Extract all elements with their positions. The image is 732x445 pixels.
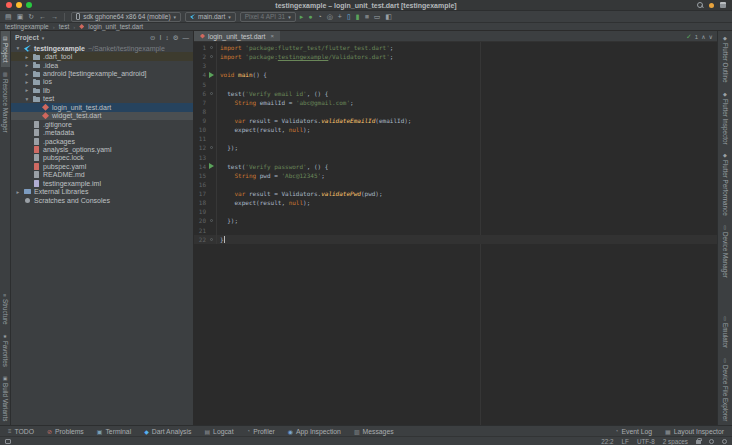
chevron-down-icon[interactable]: ▾ bbox=[42, 35, 45, 41]
tool-stripe-device-file-explorer[interactable]: ▯Device File Explorer bbox=[721, 353, 730, 425]
tree-item-android-testingexample-android[interactable]: ▸android [testingexample_android] bbox=[11, 69, 193, 77]
tab-login-unit-test[interactable]: login_unit_test.dart × bbox=[194, 31, 280, 41]
tree-item-dart-tool[interactable]: ▸.dart_tool bbox=[11, 52, 193, 60]
tool-window-button-problems[interactable]: ⊘Problems bbox=[47, 428, 84, 435]
close-button[interactable] bbox=[6, 2, 12, 8]
tree-item-metadata[interactable]: .metadata bbox=[11, 128, 193, 136]
tree-item-test[interactable]: ▾test bbox=[11, 95, 193, 103]
next-problem-icon[interactable]: ∨ bbox=[709, 33, 713, 40]
indent-setting[interactable]: 2 spaces bbox=[663, 438, 688, 445]
tool-stripe-flutter-inspector[interactable]: ◆Flutter Inspector bbox=[721, 87, 730, 149]
fold-marker-icon[interactable] bbox=[210, 219, 213, 222]
device-selector[interactable]: sdk gphone64 x86 64 (mobile) ▾ bbox=[71, 12, 181, 22]
tree-item-packages[interactable]: .packages bbox=[11, 137, 193, 145]
tool-window-button-todo[interactable]: ≡TODO bbox=[8, 428, 34, 435]
readonly-lock-icon[interactable] bbox=[696, 440, 701, 444]
collapse-all-icon[interactable]: ↕ bbox=[165, 34, 168, 42]
notifications-icon[interactable] bbox=[722, 439, 727, 444]
code-line-11[interactable]: 11 bbox=[194, 134, 717, 143]
minimize-button[interactable] bbox=[16, 2, 22, 8]
update-notification-icon[interactable] bbox=[709, 3, 714, 8]
settings-gear-icon[interactable]: ⚙ bbox=[173, 34, 179, 42]
tool-stripe-favorites[interactable]: ★Favorites bbox=[1, 329, 10, 371]
run-config-selector[interactable]: main.dart ▾ bbox=[185, 12, 236, 22]
code-line-3[interactable]: 3 bbox=[194, 61, 717, 70]
tool-stripe-resource-manager[interactable]: ▥Resource Manager bbox=[1, 67, 10, 137]
code-line-20[interactable]: 20 }); bbox=[194, 216, 717, 225]
code-line-12[interactable]: 12 }); bbox=[194, 143, 717, 152]
code-line-13[interactable]: 13 bbox=[194, 153, 717, 162]
tree-item-analysis-options-yaml[interactable]: analysis_options.yaml bbox=[11, 145, 193, 153]
tool-window-button-profiler[interactable]: ◔Profiler bbox=[247, 428, 275, 435]
expand-chevron-icon[interactable]: ▸ bbox=[24, 54, 30, 60]
fold-marker-icon[interactable] bbox=[210, 146, 213, 149]
window-layout-icon[interactable] bbox=[720, 2, 726, 8]
code-line-2[interactable]: 2import 'package:testingexample/Validato… bbox=[194, 52, 717, 61]
breadcrumb-item-test[interactable]: test bbox=[59, 23, 69, 30]
tree-item-idea[interactable]: ▸.idea bbox=[11, 61, 193, 69]
expand-chevron-icon[interactable]: ▸ bbox=[24, 79, 30, 85]
tool-window-button-logcat[interactable]: ▤Logcat bbox=[204, 428, 233, 435]
tool-window-button-app-inspection[interactable]: ◉App Inspection bbox=[288, 428, 341, 435]
code-line-1[interactable]: 1import 'package:flutter_test/flutter_te… bbox=[194, 43, 717, 52]
code-line-7[interactable]: 7 String emailId = 'abc@gmail.com'; bbox=[194, 98, 717, 107]
tree-item-widget-test-dart[interactable]: widget_test.dart bbox=[11, 112, 193, 120]
tree-item-testingexample[interactable]: ▾testingexample ~/Sanket/testingexample bbox=[11, 44, 193, 52]
fold-marker-icon[interactable] bbox=[210, 46, 213, 49]
prev-problem-icon[interactable]: ∧ bbox=[701, 33, 705, 40]
run-test-icon[interactable] bbox=[209, 72, 214, 78]
device-manager-icon[interactable]: ▭ bbox=[374, 12, 381, 22]
code-line-8[interactable]: 8 bbox=[194, 107, 717, 116]
tree-item-login-unit-test-dart[interactable]: login_unit_test.dart bbox=[11, 103, 193, 111]
hot-reload-icon[interactable]: ▯ bbox=[347, 12, 351, 22]
tool-stripe-project[interactable]: ▤Project bbox=[1, 31, 10, 67]
file-encoding[interactable]: UTF-8 bbox=[637, 438, 655, 445]
expand-chevron-icon[interactable]: ▸ bbox=[24, 62, 30, 68]
run-icon[interactable]: ▸ bbox=[300, 12, 304, 22]
tool-window-switcher-icon[interactable] bbox=[5, 439, 11, 444]
tree-item-lib[interactable]: ▸lib bbox=[11, 86, 193, 94]
fold-marker-icon[interactable] bbox=[210, 55, 213, 58]
code-line-22[interactable]: 22} bbox=[194, 235, 717, 244]
search-everywhere-icon[interactable] bbox=[697, 2, 703, 8]
code-line-17[interactable]: 17 var result = Validators.validatePwd(p… bbox=[194, 189, 717, 198]
code-line-15[interactable]: 15 String pwd = 'Abc@12345'; bbox=[194, 171, 717, 180]
zoom-button[interactable] bbox=[26, 2, 32, 8]
profile-icon[interactable]: ◔ bbox=[317, 12, 321, 22]
close-tab-icon[interactable]: × bbox=[270, 33, 274, 39]
expand-chevron-icon[interactable]: ▸ bbox=[24, 71, 30, 77]
code-area[interactable]: 1import 'package:flutter_test/flutter_te… bbox=[194, 42, 717, 425]
stop-icon[interactable]: ■ bbox=[365, 12, 369, 22]
expand-chevron-icon[interactable]: ▸ bbox=[15, 189, 21, 195]
tool-window-button-layout-inspector[interactable]: ▦Layout Inspector bbox=[665, 428, 724, 435]
breadcrumb-item-testingexample[interactable]: testingexample bbox=[5, 23, 49, 30]
code-line-10[interactable]: 10 expect(result, null); bbox=[194, 125, 717, 134]
tool-window-button-messages[interactable]: ▥Messages bbox=[354, 428, 394, 435]
fold-marker-icon[interactable] bbox=[210, 238, 213, 241]
tool-window-button-terminal[interactable]: ▣Terminal bbox=[97, 428, 131, 435]
code-line-4[interactable]: 4void main() { bbox=[194, 70, 717, 79]
background-tasks-icon[interactable] bbox=[709, 439, 714, 444]
tool-stripe-flutter-outline[interactable]: ◆Flutter Outline bbox=[721, 31, 730, 87]
avd-manager-icon[interactable]: ◧ bbox=[385, 12, 392, 22]
code-line-18[interactable]: 18 expect(result, null); bbox=[194, 198, 717, 207]
tool-stripe-flutter-performance[interactable]: ◆Flutter Performance bbox=[721, 148, 730, 220]
scroll-from-source-icon[interactable]: Ⅰ bbox=[160, 34, 162, 42]
code-line-19[interactable]: 19 bbox=[194, 207, 717, 216]
tree-item-scratches-and-consoles[interactable]: Scratches and Consoles bbox=[11, 196, 193, 204]
code-line-9[interactable]: 9 var result = Validators.validateEmailI… bbox=[194, 116, 717, 125]
hot-restart-icon[interactable]: ▮ bbox=[356, 12, 360, 22]
tree-item-readme-md[interactable]: README.md bbox=[11, 171, 193, 179]
sync-icon[interactable]: ↻ bbox=[28, 12, 34, 22]
locate-file-icon[interactable]: ⊙ bbox=[150, 34, 155, 42]
code-line-5[interactable]: 5 bbox=[194, 80, 717, 89]
code-line-16[interactable]: 16 bbox=[194, 180, 717, 189]
code-line-6[interactable]: 6 test('Verify email id', () { bbox=[194, 89, 717, 98]
tree-item-gitignore[interactable]: .gitignore bbox=[11, 120, 193, 128]
attach-debugger-icon[interactable]: + bbox=[338, 12, 342, 22]
back-icon[interactable]: ← bbox=[39, 12, 46, 22]
breadcrumb-item-login-unit-test-dart[interactable]: login_unit_test.dart bbox=[88, 23, 143, 30]
open-folder-icon[interactable]: ▤ bbox=[5, 12, 12, 22]
debug-icon[interactable]: ● bbox=[308, 12, 312, 22]
tree-item-pubspec-lock[interactable]: pubspec.lock bbox=[11, 154, 193, 162]
